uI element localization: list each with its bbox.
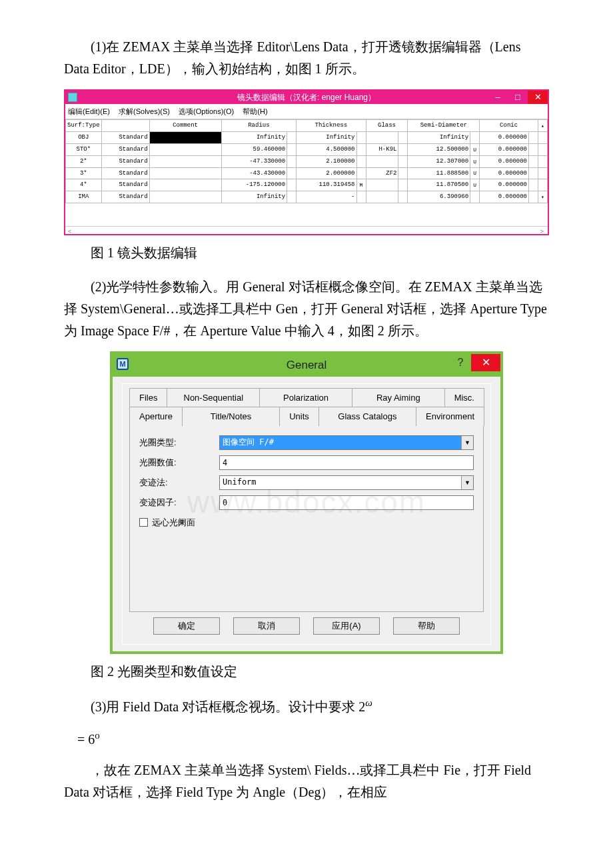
col-semi: Semi-Diameter bbox=[408, 120, 480, 132]
maximize-icon[interactable]: □ bbox=[508, 91, 528, 104]
tab-misc[interactable]: Misc. bbox=[444, 388, 484, 407]
lens-data-table[interactable]: Surf:Type Comment Radius Thickness Glass… bbox=[65, 119, 548, 203]
tab-ray-aiming[interactable]: Ray Aiming bbox=[352, 388, 445, 407]
telecentric-checkbox[interactable] bbox=[139, 518, 148, 527]
tab-aperture[interactable]: Aperture bbox=[129, 407, 183, 425]
scroll-down-icon[interactable]: ▾ bbox=[538, 191, 548, 203]
figure-2-caption: 图 2 光圈类型和数值设定 bbox=[64, 661, 549, 683]
general-titlebar: General ? ✕ bbox=[113, 354, 500, 377]
col-glass: Glass bbox=[366, 120, 408, 132]
lde-titlebar: 镜头数据编辑（汉化者: enger Huang） – □ ✕ bbox=[65, 91, 548, 104]
scroll-up-icon[interactable]: ▴ bbox=[538, 120, 548, 132]
lde-title-text: 镜头数据编辑（汉化者: enger Huang） bbox=[237, 93, 376, 102]
tabrow-back: Files Non-Sequential Polarization Ray Ai… bbox=[129, 388, 484, 407]
aperture-tab-body: 光圈类型: 图像空间 F/# ▼ 光圈数值: bbox=[129, 425, 484, 612]
apodization-select[interactable]: Uniform ▼ bbox=[219, 475, 474, 490]
table-row[interactable]: 3* Standard -43.430000 2.000000 ZF2 11.8… bbox=[66, 167, 548, 179]
table-header-row: Surf:Type Comment Radius Thickness Glass… bbox=[66, 120, 548, 132]
degree-symbol: o bbox=[95, 730, 100, 741]
general-title-text: General bbox=[287, 356, 326, 375]
aperture-type-value: 图像空间 F/# bbox=[220, 436, 461, 449]
label-aperture-value: 光圈数值: bbox=[139, 455, 219, 469]
help-icon[interactable]: ? bbox=[450, 354, 471, 371]
chevron-down-icon[interactable]: ▼ bbox=[461, 476, 473, 489]
label-telecentric: 远心光阑面 bbox=[152, 515, 195, 529]
chevron-down-icon[interactable]: ▼ bbox=[461, 436, 473, 449]
lens-data-editor-window: 镜头数据编辑（汉化者: enger Huang） – □ ✕ 编辑(Edit)(… bbox=[64, 89, 549, 235]
col-thickness: Thickness bbox=[297, 120, 366, 132]
general-app-icon bbox=[117, 358, 129, 370]
table-row[interactable]: 2* Standard -47.330000 2.100000 12.30700… bbox=[66, 155, 548, 167]
help-button[interactable]: 帮助 bbox=[393, 617, 460, 635]
paragraph-3a: (3)用 Field Data 对话框概念视场。设计中要求 2ω bbox=[64, 695, 549, 718]
apodization-value: Uniform bbox=[220, 476, 461, 489]
ok-button[interactable]: 确定 bbox=[153, 617, 220, 635]
label-apodization: 变迹法: bbox=[139, 475, 219, 489]
paragraph-3b: = 6o bbox=[64, 727, 549, 751]
menu-edit[interactable]: 编辑(Edit)(E) bbox=[68, 107, 110, 115]
lde-app-icon bbox=[68, 93, 77, 102]
paragraph-3b-text: = 6 bbox=[77, 731, 95, 746]
lde-hscroll[interactable]: <> bbox=[65, 226, 548, 234]
apod-factor-input[interactable] bbox=[219, 495, 474, 510]
cancel-button[interactable]: 取消 bbox=[233, 617, 300, 635]
label-aperture-type: 光圈类型: bbox=[139, 435, 219, 449]
omega-symbol: ω bbox=[365, 697, 372, 708]
paragraph-2: (2)光学特性参数输入。用 General 对话框概念像空间。在 ZEMAX 主… bbox=[64, 276, 549, 342]
selected-comment-cell[interactable] bbox=[149, 131, 221, 143]
tab-units[interactable]: Units bbox=[279, 407, 319, 425]
col-radius: Radius bbox=[221, 120, 297, 132]
paragraph-4: ，故在 ZEMAX 主菜单当选择 System\ Fields…或择工具栏中 F… bbox=[64, 759, 549, 803]
close-icon[interactable]: ✕ bbox=[471, 354, 500, 371]
col-type-spacer bbox=[101, 120, 149, 132]
close-icon[interactable]: ✕ bbox=[528, 91, 548, 104]
tab-non-sequential[interactable]: Non-Sequential bbox=[167, 388, 260, 407]
menu-solves[interactable]: 求解(Solves)(S) bbox=[119, 107, 170, 115]
tabrow-front: Aperture Title/Notes Units Glass Catalog… bbox=[129, 407, 484, 425]
col-comment: Comment bbox=[149, 120, 221, 132]
tab-title-notes[interactable]: Title/Notes bbox=[182, 407, 280, 425]
tab-files[interactable]: Files bbox=[129, 388, 167, 407]
paragraph-1: (1)在 ZEMAX 主菜单当选择 Editor\Lens Data，打开透镜数… bbox=[64, 36, 549, 80]
col-conic: Conic bbox=[480, 120, 538, 132]
figure-1-caption: 图 1 镜头数据编辑 bbox=[64, 242, 549, 264]
aperture-type-select[interactable]: 图像空间 F/# ▼ bbox=[219, 435, 474, 450]
table-row[interactable]: STO* Standard 59.460000 4.500000 H-K9L 1… bbox=[66, 143, 548, 155]
lde-menubar[interactable]: 编辑(Edit)(E) 求解(Solves)(S) 选项(Options)(O)… bbox=[65, 104, 548, 119]
menu-options[interactable]: 选项(Options)(O) bbox=[179, 107, 234, 115]
table-row[interactable]: OBJ Standard Infinity Infinity Infinity … bbox=[66, 131, 548, 143]
general-dialog: General ? ✕ Files Non-Sequential Polariz… bbox=[110, 351, 503, 654]
lde-blank-area bbox=[65, 203, 548, 226]
apply-button[interactable]: 应用(A) bbox=[313, 617, 380, 635]
menu-help[interactable]: 帮助(H) bbox=[243, 107, 267, 115]
label-apod-factor: 变迹因子: bbox=[139, 495, 219, 509]
tab-glass-catalogs[interactable]: Glass Catalogs bbox=[318, 407, 416, 425]
col-surf: Surf:Type bbox=[66, 120, 102, 132]
table-row[interactable]: IMA Standard Infinity - 6.390960 0.00000… bbox=[66, 191, 548, 203]
aperture-value-input[interactable] bbox=[219, 455, 474, 470]
table-row[interactable]: 4* Standard -175.120000 110.319458M 11.8… bbox=[66, 179, 548, 191]
paragraph-3a-text: (3)用 Field Data 对话框概念视场。设计中要求 2 bbox=[91, 699, 365, 714]
tab-polarization[interactable]: Polarization bbox=[259, 388, 352, 407]
minimize-icon[interactable]: – bbox=[488, 91, 508, 104]
tab-environment[interactable]: Environment bbox=[416, 407, 484, 425]
